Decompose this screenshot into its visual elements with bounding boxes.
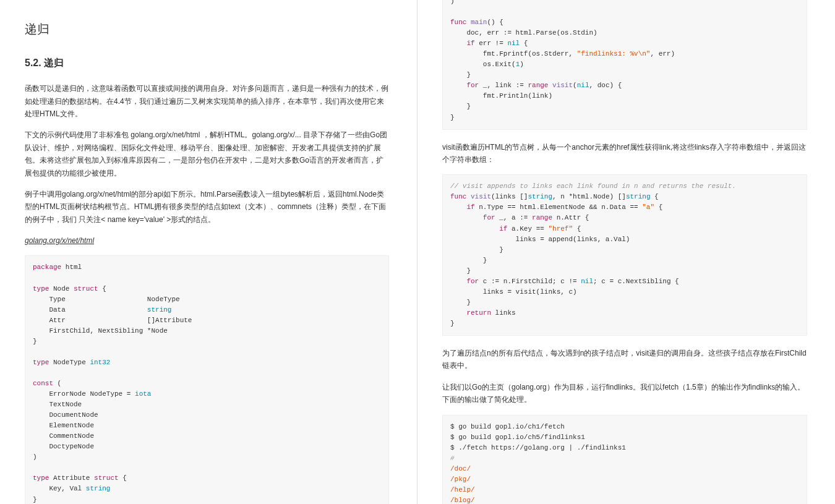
paragraph: 让我们以Go的主页（golang.org）作为目标，运行findlinks。我们… <box>442 381 807 406</box>
page-title: 递归 <box>25 19 389 40</box>
section-heading: 5.2. 递归 <box>25 54 389 71</box>
code-block-shell-output: $ go build gopl.io/ch1/fetch $ go build … <box>442 415 807 504</box>
code-block-findlinks-bottom: ) func main() { doc, err := html.Parse(o… <box>442 0 807 130</box>
paragraph: 函数可以是递归的，这意味着函数可以直接或间接的调用自身。对许多问题而言，递归是一… <box>25 82 389 120</box>
left-column: 递归 5.2. 递归 函数可以是递归的，这意味着函数可以直接或间接的调用自身。对… <box>0 0 417 504</box>
source-link[interactable]: golang.org/x/net/html <box>25 236 94 245</box>
code-block-html-package: package html type Node struct { Type Nod… <box>25 255 389 504</box>
paragraph: 下文的示例代码使用了非标准包 golang.org/x/net/html ，解析… <box>25 129 389 179</box>
paragraph: 例子中调用golang.org/x/net/html的部分api如下所示。htm… <box>25 188 389 226</box>
paragraph: 为了遍历结点n的所有后代结点，每次遇到n的孩子结点时，visit递归的调用自身。… <box>442 347 807 372</box>
right-column: ) func main() { doc, err := html.Parse(o… <box>417 0 835 504</box>
page: 递归 5.2. 递归 函数可以是递归的，这意味着函数可以直接或间接的调用自身。对… <box>0 0 835 504</box>
paragraph: visit函数遍历HTML的节点树，从每一个anchor元素的href属性获得l… <box>442 141 807 166</box>
code-block-visit: // visit appends to links each link foun… <box>442 174 807 336</box>
